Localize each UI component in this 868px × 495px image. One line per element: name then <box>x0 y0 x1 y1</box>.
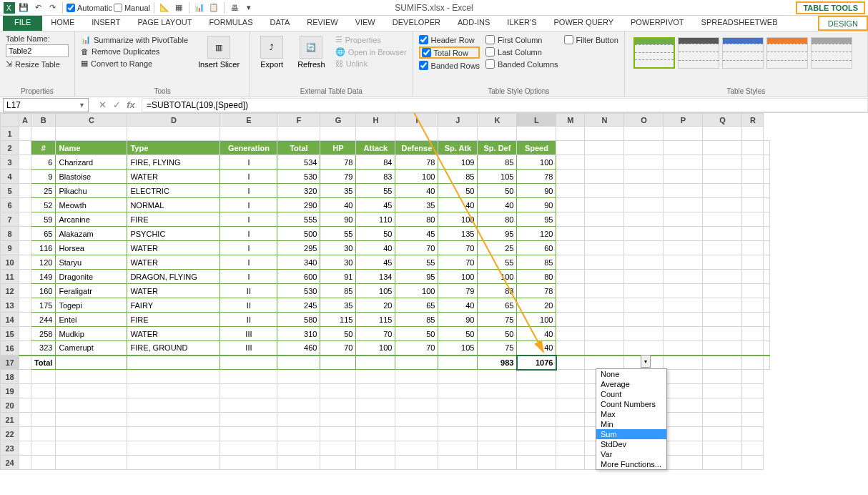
dropdown-option[interactable]: Count Numbers <box>596 399 666 409</box>
cell[interactable]: 85 <box>478 155 517 170</box>
cell[interactable]: Camerupt <box>56 341 127 356</box>
table-header[interactable]: Speed <box>517 141 556 155</box>
cell[interactable]: 340 <box>277 255 320 270</box>
tab-file[interactable]: FILE <box>3 16 42 31</box>
cell[interactable]: 105 <box>438 341 478 356</box>
row-header-22[interactable]: 22 <box>1 427 19 441</box>
table-header[interactable]: Type <box>127 141 220 155</box>
table-style-green[interactable] <box>633 37 675 69</box>
col-header-N[interactable]: N <box>585 114 624 127</box>
cell[interactable]: 460 <box>277 341 320 356</box>
tab-view[interactable]: VIEW <box>347 16 384 31</box>
cell[interactable]: 580 <box>277 313 320 327</box>
cell[interactable]: Mudkip <box>56 327 127 341</box>
tab-home[interactable]: HOME <box>42 16 83 31</box>
cell[interactable]: 500 <box>277 227 320 241</box>
cell[interactable]: 95 <box>478 227 517 241</box>
cell[interactable]: 85 <box>395 313 438 327</box>
cell[interactable]: 258 <box>31 327 55 341</box>
cell[interactable]: WATER <box>127 241 220 255</box>
cell[interactable]: Togepi <box>56 298 127 313</box>
cell[interactable]: Alakazam <box>56 227 127 241</box>
col-header-B[interactable]: B <box>31 114 55 127</box>
cell[interactable]: 79 <box>320 170 356 184</box>
summarize-pivot-button[interactable]: 📊 Summarize with PivotTable <box>81 34 188 45</box>
cell[interactable]: III <box>220 327 277 341</box>
cell[interactable]: 100 <box>356 341 395 356</box>
cell[interactable]: I <box>220 227 277 241</box>
tab-review[interactable]: REVIEW <box>298 16 346 31</box>
dropdown-option[interactable]: Count <box>596 389 666 399</box>
row-header-13[interactable]: 13 <box>1 298 19 313</box>
cell[interactable]: Dragonite <box>56 270 127 284</box>
cell[interactable]: WATER <box>127 327 220 341</box>
row-header-3[interactable]: 3 <box>1 155 19 170</box>
col-header-E[interactable]: E <box>220 114 277 127</box>
qat-icon-3[interactable]: 📊 <box>193 1 206 14</box>
calc-automatic-check[interactable]: Automatic <box>66 4 112 12</box>
col-header-P[interactable]: P <box>664 114 703 127</box>
cell[interactable]: 80 <box>395 212 438 227</box>
row-header-23[interactable]: 23 <box>1 441 19 456</box>
cell[interactable]: I <box>220 270 277 284</box>
cell[interactable]: 90 <box>517 198 556 212</box>
cell[interactable]: 80 <box>517 270 556 284</box>
cell[interactable]: 600 <box>277 270 320 284</box>
cell[interactable]: WATER <box>127 255 220 270</box>
cell[interactable]: 100 <box>517 313 556 327</box>
row-header-16[interactable]: 16 <box>1 341 19 356</box>
dropdown-option[interactable]: More Functions... <box>596 459 666 469</box>
cell[interactable]: Staryu <box>56 255 127 270</box>
cell[interactable]: 50 <box>478 327 517 341</box>
tab-page-layout[interactable]: PAGE LAYOUT <box>129 16 200 31</box>
banded-columns-check[interactable]: Banded Columns <box>485 59 558 69</box>
cell[interactable]: WATER <box>127 284 220 298</box>
cell[interactable]: 530 <box>277 170 320 184</box>
cell[interactable]: 90 <box>517 184 556 198</box>
accept-formula-icon[interactable]: ✓ <box>110 99 123 110</box>
dropdown-option[interactable]: Sum <box>596 429 666 439</box>
cell[interactable]: 25 <box>478 241 517 255</box>
table-name-input[interactable] <box>6 44 69 57</box>
cell[interactable]: 25 <box>31 184 55 198</box>
tab-powerpivot[interactable]: POWERPIVOT <box>622 16 693 31</box>
cell[interactable]: 50 <box>438 327 478 341</box>
cell[interactable]: 100 <box>438 212 478 227</box>
convert-range-button[interactable]: ▦ Convert to Range <box>81 58 188 69</box>
col-header-J[interactable]: J <box>438 114 478 127</box>
last-column-check[interactable]: Last Column <box>485 46 558 57</box>
col-header-Q[interactable]: Q <box>703 114 742 127</box>
total-speed-cell[interactable]: 1076 <box>517 356 556 370</box>
row-header-7[interactable]: 7 <box>1 212 19 227</box>
cell[interactable]: 105 <box>356 284 395 298</box>
cell[interactable]: 100 <box>517 155 556 170</box>
table-header[interactable]: Defense <box>395 141 438 155</box>
cell[interactable]: 83 <box>478 284 517 298</box>
cell[interactable]: 110 <box>356 212 395 227</box>
qat-icon-6[interactable]: ▾ <box>242 1 255 14</box>
cell[interactable]: 95 <box>395 270 438 284</box>
cell[interactable]: 40 <box>356 241 395 255</box>
cell[interactable]: Arcanine <box>56 212 127 227</box>
cell[interactable]: 245 <box>277 298 320 313</box>
row-header-4[interactable]: 4 <box>1 170 19 184</box>
col-header-A[interactable]: A <box>19 114 31 127</box>
row-header-1[interactable]: 1 <box>1 127 19 141</box>
cell[interactable]: 100 <box>438 270 478 284</box>
table-header[interactable]: # <box>31 141 55 155</box>
cell[interactable]: 65 <box>31 227 55 241</box>
cell[interactable]: Charizard <box>56 155 127 170</box>
dropdown-option[interactable]: None <box>596 369 666 379</box>
cell[interactable]: Entei <box>56 313 127 327</box>
row-header-12[interactable]: 12 <box>1 284 19 298</box>
cell[interactable]: 85 <box>438 170 478 184</box>
qat-icon-4[interactable]: 📋 <box>207 1 220 14</box>
cell[interactable]: 40 <box>517 327 556 341</box>
cell[interactable]: 70 <box>395 341 438 356</box>
cell[interactable]: 75 <box>478 313 517 327</box>
cell[interactable]: 55 <box>320 227 356 241</box>
cell[interactable]: Feraligatr <box>56 284 127 298</box>
cell[interactable]: 80 <box>478 212 517 227</box>
cell[interactable]: 120 <box>31 255 55 270</box>
first-column-check[interactable]: First Column <box>485 34 558 45</box>
